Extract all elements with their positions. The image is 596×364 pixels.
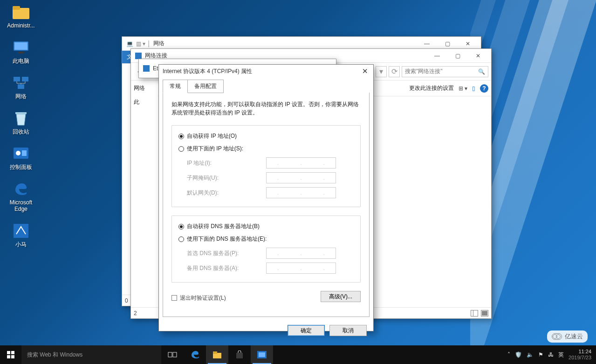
description-text: 如果网络支持此功能，则可以获取自动指派的 IP 设置。否则，你需要从网络系统管理… — [171, 100, 361, 117]
taskbar-clock[interactable]: 11:24 2019/7/23 — [569, 349, 591, 361]
tray-volume-icon[interactable]: 🔈 — [527, 351, 534, 358]
input-subnet-mask: ... — [266, 172, 336, 183]
control-panel-icon — [12, 145, 30, 162]
desktop-icon-xiaoma[interactable]: 小马 — [4, 222, 38, 248]
desktop-icon-administrator[interactable]: Administr... — [4, 4, 38, 29]
taskbar-edge[interactable] — [184, 345, 206, 364]
desktop-icon-label: Administr... — [7, 22, 34, 29]
ok-button[interactable]: 确定 — [288, 325, 325, 336]
radio-label: 使用下面的 IP 地址(S): — [187, 145, 243, 153]
taskbar[interactable]: 搜索 Web 和 Windows ˄ 🛡️ 🔈 ⚑ 🖧 英 11:24 2019… — [0, 345, 596, 364]
desktop-icon-this-pc[interactable]: 此电脑 — [4, 39, 38, 64]
svg-rect-16 — [11, 351, 14, 354]
svg-rect-11 — [22, 150, 27, 156]
details-view-icon[interactable] — [471, 310, 478, 317]
row-ip-address: IP 地址(I): ... — [187, 157, 354, 169]
desktop-icon-edge[interactable]: Microsoft Edge — [4, 181, 38, 212]
tab-strip: 常规 备用配置 — [163, 80, 370, 93]
row-subnet-mask: 子网掩码(U): ... — [187, 172, 354, 183]
refresh-button[interactable]: ⟳ — [389, 66, 400, 77]
desktop-icon-recycle-bin[interactable]: 回收站 — [4, 110, 38, 135]
taskbar-explorer[interactable] — [206, 345, 228, 364]
field-label: 子网掩码(U): — [187, 174, 266, 182]
dialog-ipv4-properties[interactable]: Internet 协议版本 4 (TCP/IPv4) 属性 ✕ 常规 备用配置 … — [158, 64, 374, 331]
svg-rect-1 — [13, 6, 20, 10]
tray-network-icon[interactable]: 🖧 — [548, 351, 554, 358]
taskbar-control-panel[interactable] — [251, 345, 273, 364]
tray-expand-icon[interactable]: ˄ — [507, 351, 510, 358]
tab-general[interactable]: 常规 — [163, 80, 188, 93]
tab-alternate[interactable]: 备用配置 — [187, 80, 224, 93]
minimize-button[interactable]: — — [427, 51, 447, 61]
system-tray[interactable]: ˄ 🛡️ 🔈 ⚑ 🖧 英 11:24 2019/7/23 — [503, 345, 596, 364]
radio-icon — [178, 236, 184, 242]
close-button[interactable]: ✕ — [468, 51, 488, 61]
toolbar-change-settings[interactable]: 更改此连接的设置 — [409, 84, 454, 92]
ethernet-icon — [143, 65, 150, 72]
task-view-button[interactable] — [161, 345, 184, 364]
preview-pane-icon[interactable]: ▯ — [472, 85, 475, 92]
titlebar[interactable]: Internet 协议版本 4 (TCP/IPv4) 属性 ✕ — [159, 65, 373, 78]
maximize-button[interactable]: ▢ — [447, 51, 468, 61]
clock-time: 11:24 — [569, 349, 591, 355]
search-placeholder: 搜索"网络连接" — [405, 67, 443, 75]
radio-label: 自动获得 IP 地址(O) — [187, 132, 237, 140]
desktop-icons: Administr... 此电脑 网络 回收站 控制面板 Microsoft E… — [4, 4, 41, 258]
nav-pane[interactable]: 此 — [131, 95, 158, 307]
radio-manual-ip[interactable]: 使用下面的 IP 地址(S): — [178, 145, 354, 153]
minimize-button[interactable]: — — [417, 39, 437, 49]
view-menu-icon[interactable]: ⊞ ▾ — [459, 85, 467, 92]
network-icon — [12, 74, 30, 91]
network-icon: 💻 — [126, 40, 133, 47]
user-folder-icon — [12, 4, 30, 20]
svg-rect-18 — [11, 355, 14, 358]
desktop-icon-label: 回收站 — [13, 128, 29, 135]
nav-pane[interactable] — [122, 64, 131, 295]
svg-point-10 — [16, 151, 21, 155]
svg-rect-23 — [236, 353, 243, 358]
checkbox-validate-on-exit[interactable]: 退出时验证设置(L) — [171, 294, 226, 302]
input-ip-address: ... — [266, 157, 336, 169]
start-button[interactable] — [0, 345, 21, 364]
svg-rect-8 — [15, 112, 27, 114]
watermark-text: 亿速云 — [565, 332, 583, 341]
taskbar-store[interactable] — [228, 345, 251, 364]
icons-view-icon[interactable] — [481, 310, 488, 317]
close-button[interactable]: ✕ — [360, 67, 370, 75]
svg-rect-6 — [22, 77, 28, 81]
svg-rect-25 — [259, 352, 265, 357]
search-placeholder: 搜索 Web 和 Windows — [27, 351, 82, 359]
close-button[interactable]: ✕ — [458, 39, 478, 49]
sidebar-label[interactable]: 网络 — [134, 84, 145, 92]
svg-rect-19 — [168, 352, 172, 357]
search-input[interactable]: 搜索"网络连接" 🔍 — [402, 66, 488, 77]
tray-shield-icon[interactable]: 🛡️ — [515, 351, 522, 358]
svg-rect-17 — [7, 355, 10, 358]
view-switcher[interactable] — [471, 310, 488, 317]
radio-auto-ip[interactable]: 自动获得 IP 地址(O) — [178, 132, 354, 140]
advanced-button[interactable]: 高级(V)... — [321, 291, 361, 302]
row-default-gateway: 默认网关(D): ... — [187, 187, 354, 198]
desktop-icon-control-panel[interactable]: 控制面板 — [4, 145, 38, 170]
radio-icon — [178, 134, 184, 139]
tray-flag-icon[interactable]: ⚑ — [538, 351, 543, 358]
taskbar-search[interactable]: 搜索 Web 和 Windows — [21, 345, 161, 364]
input-preferred-dns: ... — [266, 248, 336, 259]
watermark: 亿速云 — [547, 330, 588, 343]
cancel-button[interactable]: 取消 — [329, 325, 367, 336]
radio-manual-dns[interactable]: 使用下面的 DNS 服务器地址(E): — [178, 235, 354, 243]
desktop-icon-network[interactable]: 网络 — [4, 74, 38, 100]
maximize-button[interactable]: ▢ — [437, 39, 458, 49]
help-icon[interactable]: ? — [480, 84, 488, 93]
edge-icon — [12, 181, 30, 197]
ime-indicator[interactable]: 英 — [558, 351, 564, 359]
radio-auto-dns[interactable]: 自动获得 DNS 服务器地址(B) — [178, 222, 354, 230]
taskbar-pinned — [161, 345, 273, 364]
radio-icon — [178, 224, 184, 229]
field-label: 默认网关(D): — [187, 189, 266, 197]
field-label: 备用 DNS 服务器(A): — [187, 264, 266, 272]
radio-label: 使用下面的 DNS 服务器地址(E): — [187, 235, 267, 243]
history-button[interactable]: ▾ — [376, 66, 387, 77]
desktop-icon-label: 控制面板 — [10, 164, 32, 170]
group-dns-settings: 自动获得 DNS 服务器地址(B) 使用下面的 DNS 服务器地址(E): 首选… — [171, 216, 361, 283]
